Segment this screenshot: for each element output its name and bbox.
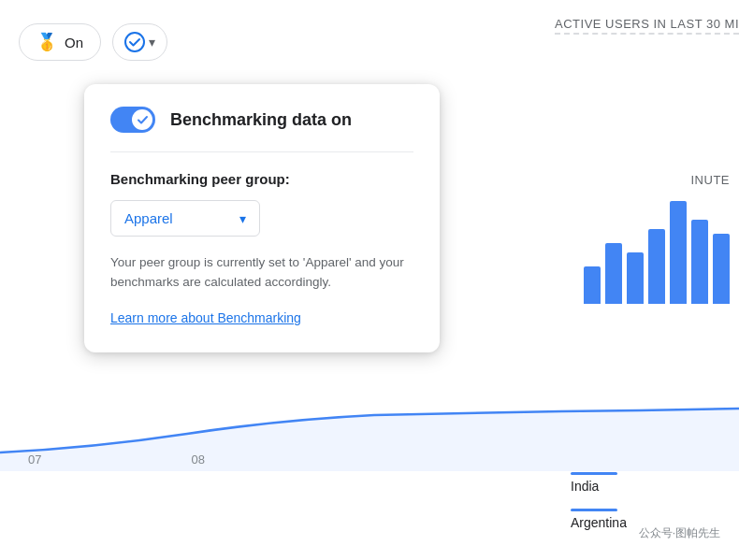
active-users-header: ACTIVE USERS IN LAST 30 MI	[555, 17, 739, 35]
benchmarking-on-label: On	[65, 35, 83, 50]
popup-title: Benchmarking data on	[170, 110, 352, 130]
country-bar-india	[571, 472, 617, 475]
benchmarking-toggle[interactable]	[110, 107, 155, 133]
peer-group-dropdown[interactable]: Apparel ▾	[110, 200, 260, 237]
bar-5	[670, 201, 687, 304]
list-item: India	[571, 472, 720, 494]
benchmarking-on-button[interactable]: 🥇 On	[19, 23, 101, 61]
toggle-thumb	[132, 109, 152, 130]
chevron-down-icon: ▾	[149, 35, 155, 50]
bar-3	[627, 252, 644, 304]
dropdown-arrow-icon: ▾	[239, 211, 246, 226]
check-circle-icon	[124, 32, 145, 52]
minute-label: INUTE	[691, 173, 731, 187]
medal-icon: 🥇	[36, 32, 57, 52]
country-name-india: India	[571, 479, 720, 494]
bar-1	[584, 266, 601, 304]
learn-more-link[interactable]: Learn more about Benchmarking	[110, 310, 301, 325]
bar-chart	[584, 192, 730, 304]
popup-header: Benchmarking data on	[110, 107, 413, 133]
bar-4	[648, 229, 665, 304]
benchmarking-popup: Benchmarking data on Benchmarking peer g…	[84, 84, 440, 352]
comparison-dropdown-button[interactable]: ▾	[112, 23, 167, 61]
peer-group-description: Your peer group is currently set to 'App…	[110, 253, 413, 293]
dropdown-selected-value: Apparel	[124, 210, 232, 226]
x-axis: 07 08	[28, 452, 205, 467]
bar-7	[713, 234, 730, 304]
bar-2	[605, 243, 622, 304]
top-bar: 🥇 On ▾	[0, 0, 739, 84]
x-label-07: 07	[28, 452, 41, 467]
watermark: 公众号·图帕先生	[639, 525, 720, 541]
country-list: India Argentina	[552, 457, 739, 560]
country-bar-argentina	[571, 509, 617, 511]
bar-6	[691, 220, 708, 304]
popup-divider	[110, 151, 413, 152]
x-label-08: 08	[191, 452, 204, 467]
peer-group-label: Benchmarking peer group:	[110, 171, 413, 187]
